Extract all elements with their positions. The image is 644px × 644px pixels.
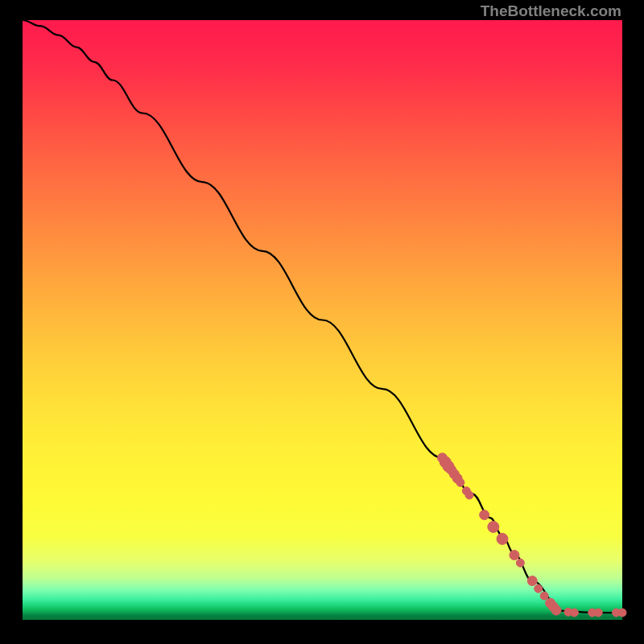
chart-stage: TheBottleneck.com — [0, 0, 644, 644]
watermark-text: TheBottleneck.com — [481, 2, 621, 20]
plot-area — [23, 20, 622, 620]
